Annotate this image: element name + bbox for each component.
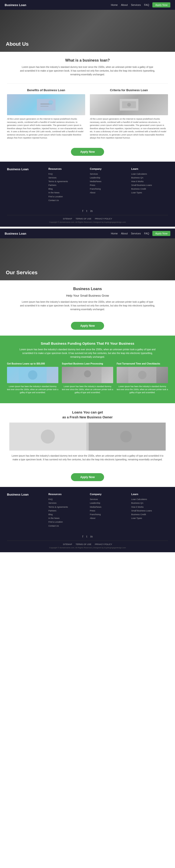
footer-services: Business Loan Resources FAQ Services Ter… [0,487,175,552]
footer-link-partners-2[interactable]: Partners [49,509,85,513]
footer-link-blog[interactable]: Blog [49,187,85,191]
benefits-heading: Benefits of Business Loan [7,88,85,92]
footer-learn-small[interactable]: Small Business Loans [132,183,168,187]
footer-link-faq[interactable]: FAQ [49,172,85,176]
funding-cards: Get Business Loans up to $50,000 Lorem i… [7,363,168,397]
page-break-1 [0,227,175,228]
footer-company-about-2[interactable]: About [90,516,127,520]
footer-company-press[interactable]: Press [90,183,127,187]
footer-resources: Resources FAQ Services Terms & Agreement… [49,167,85,203]
footer-learn-heading: Learn [132,167,168,170]
footer-privacy[interactable]: PRIVACY POLICY [95,218,112,220]
nav-about-2[interactable]: About [121,232,128,235]
footer-link-terms-2[interactable]: Terms & Agreements [49,505,85,509]
nav-home-2[interactable]: Home [111,232,118,235]
footer-learn-credit[interactable]: Business Credit [132,187,168,191]
footer-logo-1: Business Loan [7,167,44,203]
nav-services[interactable]: Services [131,3,141,6]
apply-btn-wrap-1: Apply Now [0,144,175,162]
footer-company-press-2[interactable]: Press [90,509,127,513]
funding-card-1-body: Lorem ipsum has been the industry's stan… [7,385,58,394]
twitter-icon-2[interactable]: t [86,535,87,538]
footer-company-leadership[interactable]: Leadership [90,176,127,180]
footer-terms[interactable]: TERMS OF USE [76,218,91,220]
nav-logo: Business Loan [5,3,26,7]
instagram-icon[interactable]: in [90,209,93,213]
footer-social: f t in [7,207,168,215]
footer-link-blog-2[interactable]: Blog [49,513,85,516]
nav-services-2[interactable]: Services [131,232,141,235]
footer-company-franchising[interactable]: Franchising [90,187,127,191]
footer-company-leadership-2[interactable]: Leadership [90,501,127,505]
apply-now-button-2[interactable]: Apply Now [71,322,104,330]
footer-link-partners[interactable]: Partners [49,183,85,187]
footer-learn-calc[interactable]: Loan Calculators [132,172,168,176]
footer-learn-how[interactable]: How it Works [132,180,168,183]
instagram-icon-2[interactable]: in [90,535,93,538]
footer-link-news[interactable]: In the News [49,191,85,194]
twitter-icon[interactable]: t [86,209,87,213]
footer-sitemap[interactable]: SITEMAP [63,218,72,220]
footer-link-location-2[interactable]: Find a Location [49,520,85,524]
funding-card-2-body: Lorem ipsum has been the industry's stan… [62,385,113,394]
footer-learn-credit-2[interactable]: Business Credit [132,513,168,516]
apply-now-button-3[interactable]: Apply Now [71,473,104,481]
footer-link-news-2[interactable]: In the News [49,516,85,520]
loans-help-heading: Business Loans [9,287,166,291]
hero-services-title: Our Services [6,270,37,276]
footer-learn-small-2[interactable]: Small Business Loans [132,509,168,513]
nav-links: Home About Services FAQ Apply Now [111,2,170,7]
fresh-owner-img-svg [9,423,166,451]
footer-bottom-links: SITEMAP TERMS OF USE PRIVACY POLICY [7,218,168,220]
nav-apply-button-2[interactable]: Apply Now [152,231,170,236]
footer-terms-2[interactable]: TERMS OF USE [76,543,91,546]
footer-link-contact-2[interactable]: Contact Us [49,524,85,528]
footer-company-franchising-2[interactable]: Franchising [90,513,127,516]
footer-privacy-2[interactable]: PRIVACY POLICY [95,543,112,546]
footer-company-heading-2: Company [90,493,127,496]
funding-card-1-image [7,367,58,383]
funding-card-2-title: Superfast Business Loan Processing [62,363,113,365]
criteria-image [90,94,168,115]
footer-learn-types-2[interactable]: Loan Types [132,516,168,520]
apply-btn-wrap-2: Apply Now [0,318,175,336]
footer-social-2: f t in [7,532,168,540]
footer-link-faq-2[interactable]: FAQ [49,497,85,501]
footer-about: Business Loan Resources FAQ Services Ter… [0,162,175,227]
footer-company-services-2[interactable]: Services [90,497,127,501]
footer-learn-how-2[interactable]: How it Works [132,505,168,509]
facebook-icon[interactable]: f [82,209,83,213]
footer-link-terms[interactable]: Terms & Agreements [49,180,85,183]
footer-link-services-2[interactable]: Services [49,501,85,505]
footer-company-media-2[interactable]: Media/News [90,505,127,509]
loans-help-section: Business Loans Help Your Small Business … [0,280,175,318]
footer-company-about[interactable]: About [90,191,127,194]
footer-bottom-2: SITEMAP TERMS OF USE PRIVACY POLICY Copy… [7,540,168,549]
footer-company-media[interactable]: Media/News [90,180,127,183]
footer-company-services[interactable]: Services [90,172,127,176]
footer-learn-qa-2[interactable]: Business QA [132,501,168,505]
nav-faq-2[interactable]: FAQ [144,232,149,235]
criteria-img-placeholder [90,94,168,115]
svg-point-6 [127,103,131,106]
footer-learn-2: Learn Loan Calculators Business QA How i… [132,493,168,528]
nav-apply-button[interactable]: Apply Now [152,2,170,7]
nav-about[interactable]: About [121,3,128,6]
footer-sitemap-2[interactable]: SITEMAP [63,543,72,546]
footer-link-location[interactable]: Find a Location [49,195,85,198]
apply-now-button-1[interactable]: Apply Now [71,148,104,156]
footer-copyright: Copyright © domainname.com. All Rights R… [7,221,168,223]
nav-home[interactable]: Home [111,3,118,6]
footer-link-contact[interactable]: Contact Us [49,198,85,202]
card-img-svg-3 [117,367,168,383]
facebook-icon-2[interactable]: f [82,535,83,538]
benefits-img-placeholder [7,94,85,115]
nav-faq[interactable]: FAQ [144,3,149,6]
footer-learn-types[interactable]: Loan Types [132,191,168,194]
footer-learn-calc-2[interactable]: Loan Calculators [132,497,168,501]
footer-link-services[interactable]: Services [49,176,85,180]
footer-company-heading: Company [90,167,127,170]
footer-learn: Learn Loan Calculators Business QA How i… [132,167,168,203]
footer-learn-qa[interactable]: Business QA [132,176,168,180]
svg-point-17 [120,431,132,442]
